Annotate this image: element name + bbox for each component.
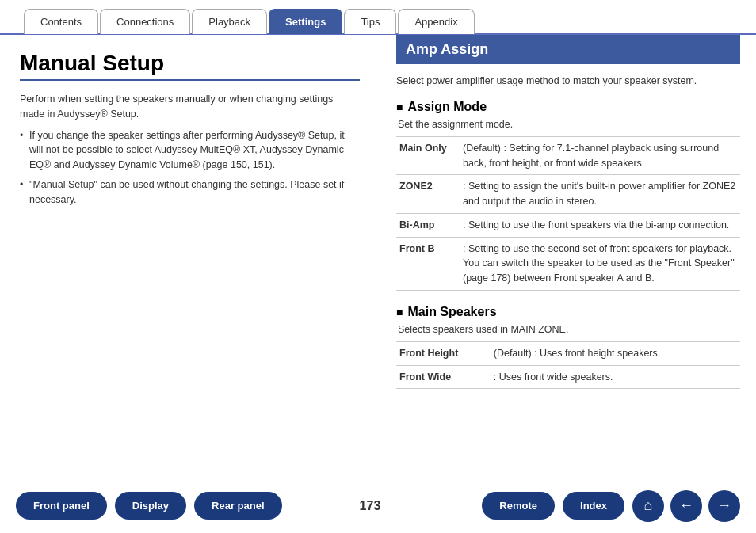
list-item: "Manual Setup" can be used without chang… xyxy=(20,177,360,207)
tab-appendix[interactable]: Appendix xyxy=(398,9,474,34)
table-cell-value: (Default) : Uses front height speakers. xyxy=(491,341,740,365)
table-cell-value: : Uses front wide speakers. xyxy=(491,365,740,389)
page-title: Manual Setup xyxy=(20,51,360,81)
home-icon-button[interactable]: ⌂ xyxy=(632,490,664,522)
main-content: Manual Setup Perform when setting the sp… xyxy=(0,35,756,471)
nav-tabs: ContentsConnectionsPlaybackSettingsTipsA… xyxy=(0,0,756,35)
table-cell-value: : Setting to use the front speakers via … xyxy=(460,213,740,237)
front-panel-button[interactable]: Front panel xyxy=(16,492,107,520)
table-row: ZONE2: Setting to assign the unit's buil… xyxy=(396,175,740,214)
table-cell-value: : Setting to use the second set of front… xyxy=(460,237,740,290)
table-row: Front Wide: Uses front wide speakers. xyxy=(396,365,740,389)
table-cell-value: : Setting to assign the unit's built-in … xyxy=(460,175,740,214)
right-intro: Select power amplifier usage method to m… xyxy=(396,74,740,89)
tab-settings[interactable]: Settings xyxy=(269,9,342,34)
tab-tips[interactable]: Tips xyxy=(344,9,396,34)
back-icon-button[interactable]: ← xyxy=(670,490,702,522)
table-cell-key: Front Height xyxy=(396,341,491,365)
forward-icon-button[interactable]: → xyxy=(708,490,740,522)
table-row: Bi-Amp: Setting to use the front speaker… xyxy=(396,213,740,237)
table-cell-key: Front Wide xyxy=(396,365,491,389)
index-button[interactable]: Index xyxy=(563,492,624,520)
table-row: Front Height(Default) : Uses front heigh… xyxy=(396,341,740,365)
intro-text: Perform when setting the speakers manual… xyxy=(20,92,360,122)
bullet-list: If you change the speaker settings after… xyxy=(20,128,360,207)
tab-contents[interactable]: Contents xyxy=(24,9,98,34)
remote-button[interactable]: Remote xyxy=(482,492,555,520)
footer: Front panelDisplayRear panel173RemoteInd… xyxy=(0,478,756,533)
footer-icon-group: ⌂←→ xyxy=(632,490,740,522)
tab-playback[interactable]: Playback xyxy=(192,9,267,34)
table-cell-value: (Default) : Setting for 7.1-channel play… xyxy=(460,136,740,175)
subsection-title: Main Speakers xyxy=(396,305,740,319)
table-cell-key: Bi-Amp xyxy=(396,213,460,237)
left-panel: Manual Setup Perform when setting the sp… xyxy=(0,35,380,471)
table-cell-key: ZONE2 xyxy=(396,175,460,214)
display-button[interactable]: Display xyxy=(115,492,186,520)
right-panel: Amp Assign Select power amplifier usage … xyxy=(380,35,756,471)
page-number: 173 xyxy=(258,499,483,513)
table-row: Front B: Setting to use the second set o… xyxy=(396,237,740,290)
subsection-desc: Selects speakers used in MAIN ZONE. xyxy=(396,324,740,335)
table-cell-key: Front B xyxy=(396,237,460,290)
table-row: Main Only(Default) : Setting for 7.1-cha… xyxy=(396,136,740,175)
data-table: Front Height(Default) : Uses front heigh… xyxy=(396,341,740,390)
subsection-desc: Set the assignment mode. xyxy=(396,119,740,130)
tab-connections[interactable]: Connections xyxy=(100,9,190,34)
table-cell-key: Main Only xyxy=(396,136,460,175)
section-header: Amp Assign xyxy=(396,35,740,64)
subsection-title: Assign Mode xyxy=(396,100,740,114)
list-item: If you change the speaker settings after… xyxy=(20,128,360,173)
data-table: Main Only(Default) : Setting for 7.1-cha… xyxy=(396,136,740,291)
